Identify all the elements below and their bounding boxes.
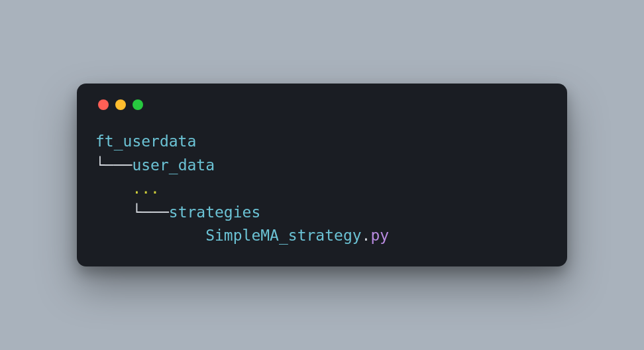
terminal-window: ft_userdata └───user_data ... └───strate…	[77, 84, 567, 266]
tree-root: ft_userdata	[95, 133, 196, 150]
tree-ellipsis: ...	[132, 180, 160, 197]
tree-indent	[95, 204, 132, 221]
maximize-icon[interactable]	[133, 99, 143, 110]
filename-ext: py	[370, 227, 389, 244]
code-block: ft_userdata └───user_data ... └───strate…	[95, 130, 549, 248]
tree-branch: └───	[95, 156, 132, 174]
tree-folder: strategies	[169, 204, 260, 221]
close-icon[interactable]	[98, 99, 109, 110]
tree-indent	[95, 227, 205, 244]
tree-indent	[95, 180, 132, 197]
filename-base: SimpleMA_strategy	[205, 227, 361, 244]
tree-folder: user_data	[132, 156, 215, 174]
minimize-icon[interactable]	[115, 99, 126, 110]
tree-branch: └───	[132, 204, 168, 221]
filename-dot: .	[362, 227, 371, 244]
window-titlebar	[95, 99, 549, 110]
